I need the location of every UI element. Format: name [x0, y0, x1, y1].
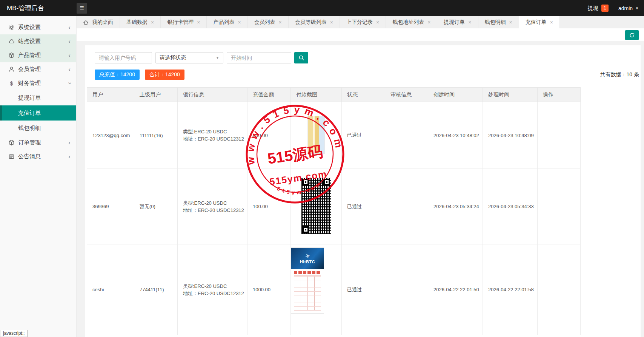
refresh-icon [629, 32, 635, 38]
sidebar-item-product-management[interactable]: 产品管理 ‹ [0, 48, 76, 62]
cell-parent: 暂无(0) [134, 169, 178, 244]
home-icon [83, 20, 89, 25]
cloud-icon [8, 38, 15, 45]
tab-withdraw-orders[interactable]: 提现订单 × [437, 16, 478, 28]
recharge-table: 用户 上级用户 银行信息 充值金额 付款截图 状态 审核信息 创建时间 处理时间… [87, 87, 581, 335]
sidebar-item-withdraw-orders[interactable]: 提现订单 [0, 90, 76, 105]
tab-recharge-orders[interactable]: 充值订单 × [519, 16, 560, 28]
total-recharge-badge: 总充值：14200 [95, 70, 140, 80]
airplane-icon: ✈ [304, 252, 311, 259]
close-tab-icon[interactable]: × [550, 20, 553, 25]
column-header-screenshot: 付款截图 [291, 88, 342, 102]
table-row: 123123@qq.com 111111(16) 类型:ERC-20 USDC … [87, 102, 581, 169]
close-tab-icon[interactable]: × [279, 20, 282, 25]
cube-icon [8, 52, 15, 59]
sidebar-item-announcements[interactable]: 公告消息 ‹ [0, 150, 76, 164]
search-button[interactable] [294, 52, 308, 63]
cell-bank: 类型:ERC-20 USDC 地址：ERC-20 USDC12312 [178, 102, 247, 169]
column-header-action: 操作 [538, 88, 581, 102]
table-header-row: 用户 上级用户 银行信息 充值金额 付款截图 状态 审核信息 创建时间 处理时间… [87, 88, 581, 102]
sidebar-item-member-management[interactable]: 会员管理 ‹ [0, 62, 76, 76]
tab-member-level-list[interactable]: 会员等级列表 × [289, 16, 340, 28]
sum-badge: 合计：14200 [145, 70, 184, 80]
tab-bank-card-management[interactable]: 银行卡管理 × [161, 16, 207, 28]
close-tab-icon[interactable]: × [468, 20, 471, 25]
close-tab-icon[interactable]: × [427, 20, 430, 25]
close-tab-icon[interactable]: × [238, 20, 241, 25]
tab-member-list[interactable]: 会员列表 × [248, 16, 289, 28]
cell-status: 已通过 [342, 102, 385, 169]
tab-wallet-details[interactable]: 钱包明细 × [478, 16, 519, 28]
tab-my-desktop[interactable]: 我的桌面 [77, 16, 120, 28]
withdraw-shortcut[interactable]: 提现 1 [588, 5, 609, 12]
data-count: 共有数据：10 条 [600, 71, 639, 78]
toolbar [77, 28, 644, 41]
sidebar: 系统设置 ‹ 站点设置 ‹ 产品管理 ‹ 会员管理 ‹ $ 财务管理 ‹ 提现订… [0, 16, 77, 337]
cell-screenshot: ✈ HitBTC [291, 244, 342, 335]
cell-audit [385, 169, 428, 244]
close-tab-icon[interactable]: × [330, 20, 333, 25]
close-tab-icon[interactable]: × [376, 20, 379, 25]
cell-status: 已通过 [342, 244, 385, 335]
payment-screenshot-image[interactable] [307, 116, 325, 154]
refresh-button[interactable] [625, 30, 639, 40]
cell-status: 已通过 [342, 169, 385, 244]
qr-code-image[interactable] [301, 178, 331, 234]
tab-product-list[interactable]: 产品列表 × [207, 16, 247, 28]
chevron-left-icon: ‹ [68, 24, 71, 31]
sidebar-item-site-settings[interactable]: 站点设置 ‹ [0, 34, 76, 48]
cell-created: 2026-04-22 22:01:50 [428, 244, 483, 335]
sidebar-item-recharge-orders[interactable]: 充值订单 [0, 105, 76, 121]
receipt-table [294, 275, 321, 311]
close-tab-icon[interactable]: × [509, 20, 512, 25]
column-header-bank: 银行信息 [178, 88, 247, 102]
cell-parent: 774411(11) [134, 244, 178, 335]
status-select[interactable]: 请选择状态 ▼ [155, 52, 223, 63]
column-header-status: 状态 [342, 88, 385, 102]
gear-icon [8, 24, 15, 31]
filter-bar: 请选择状态 ▼ [95, 52, 641, 63]
tab-base-data[interactable]: 基础数据 × [120, 16, 161, 28]
app-header: MB-管理后台 ≡ 提现 1 admin ▼ [0, 0, 644, 16]
sidebar-item-wallet-details[interactable]: 钱包明细 [0, 121, 76, 136]
receipt-title-line [294, 271, 321, 274]
cube-icon [8, 139, 15, 146]
app-title: MB-管理后台 [7, 4, 71, 12]
chevron-down-icon: ‹ [66, 82, 73, 85]
cell-action [538, 244, 581, 335]
table-row: 369369 暂无(0) 类型:ERC-20 USDC 地址：ERC-20 US… [87, 169, 581, 244]
start-time-input[interactable] [227, 52, 291, 63]
cell-processed: 2026-04-23 05:34:33 [483, 169, 538, 244]
cell-action [538, 102, 581, 169]
search-icon [298, 55, 304, 61]
exchange-brand-label: HitBTC [300, 260, 315, 264]
cell-amount: 500.00 [247, 102, 291, 169]
sidebar-item-order-management[interactable]: 订单管理 ‹ [0, 136, 76, 150]
sidebar-item-finance-management[interactable]: $ 财务管理 ‹ [0, 76, 76, 90]
select-caret-icon: ▼ [216, 56, 219, 60]
chevron-left-icon: ‹ [68, 153, 71, 160]
tab-updown-records[interactable]: 上下分记录 × [340, 16, 386, 28]
column-header-user: 用户 [87, 88, 134, 102]
user-icon [8, 66, 15, 73]
user-id-input[interactable] [95, 52, 152, 63]
tab-wallet-address-list[interactable]: 钱包地址列表 × [386, 16, 437, 28]
cell-action [538, 169, 581, 244]
close-tab-icon[interactable]: × [197, 20, 200, 25]
hamburger-icon: ≡ [80, 4, 84, 12]
cell-user: 369369 [87, 169, 134, 244]
payment-screenshot-image[interactable]: ✈ HitBTC [291, 247, 324, 314]
cell-bank: 类型:ERC-20 USDC 地址：ERC-20 USDC12312 [178, 169, 247, 244]
tab-bar: 我的桌面 基础数据 × 银行卡管理 × 产品列表 × 会员列表 × 会员等级列表… [77, 16, 644, 28]
sidebar-toggle-button[interactable]: ≡ [77, 3, 87, 14]
close-tab-icon[interactable]: × [151, 20, 154, 25]
sidebar-item-system-settings[interactable]: 系统设置 ‹ [0, 20, 76, 34]
column-header-processed: 处理时间 [483, 88, 538, 102]
cell-amount: 1000.00 [247, 244, 291, 335]
chevron-left-icon: ‹ [68, 52, 71, 59]
cell-screenshot [291, 169, 342, 244]
cell-parent: 111111(16) [134, 102, 178, 169]
cell-created: 2026-04-23 05:34:24 [428, 169, 483, 244]
user-menu[interactable]: admin ▼ [618, 5, 639, 11]
cell-bank: 类型:ERC-20 USDC 地址：ERC-20 USDC12312 [178, 244, 247, 335]
